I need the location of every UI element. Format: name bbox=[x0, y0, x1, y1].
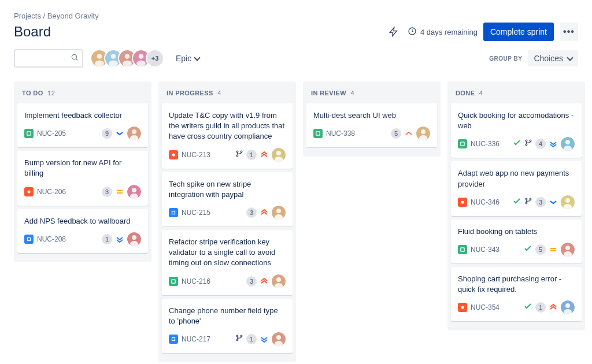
card-title: Multi-dest search UI web bbox=[313, 110, 430, 121]
assignee-avatar[interactable] bbox=[127, 185, 141, 199]
card-title: Implement feedback collector bbox=[24, 110, 141, 121]
board-column: IN REVIEW 4 Multi-dest search UI web NUC… bbox=[303, 81, 441, 157]
estimate-badge: 1 bbox=[246, 150, 257, 160]
card-title: Tech spike on new stripe integration wit… bbox=[169, 179, 286, 200]
assignee-avatar[interactable] bbox=[272, 274, 286, 288]
epic-filter-button[interactable]: Epic bbox=[171, 50, 204, 66]
board-column: TO DO 12 Implement feedback collector NU… bbox=[14, 81, 151, 262]
svg-point-13 bbox=[136, 61, 146, 67]
svg-point-20 bbox=[132, 188, 136, 192]
assignee-avatar[interactable] bbox=[561, 195, 575, 209]
estimate-badge: 5 bbox=[391, 128, 401, 139]
search-icon bbox=[71, 53, 79, 64]
complete-sprint-button[interactable]: Complete sprint bbox=[483, 23, 554, 41]
assignee-avatar[interactable] bbox=[127, 127, 141, 140]
bolt-icon[interactable] bbox=[386, 24, 402, 40]
svg-rect-37 bbox=[172, 279, 175, 283]
issue-type-task-icon bbox=[169, 335, 178, 344]
svg-point-70 bbox=[461, 306, 464, 309]
branch-icon bbox=[524, 197, 532, 207]
assignee-avatar[interactable] bbox=[561, 300, 575, 314]
svg-point-50 bbox=[421, 129, 426, 134]
issue-type-story-icon bbox=[169, 277, 178, 286]
done-check-icon bbox=[512, 196, 521, 208]
svg-point-60 bbox=[526, 198, 527, 200]
card-title: Add NPS feedback to wallboard bbox=[24, 216, 141, 226]
card-title: Adapt web app no new payments provider bbox=[458, 168, 575, 189]
card-title: Update T&C copy with v1.9 from the write… bbox=[169, 110, 286, 142]
card-title: Shoping cart purchasing error - quick fi… bbox=[458, 274, 575, 295]
estimate-badge: 9 bbox=[102, 128, 112, 139]
issue-type-bug-icon bbox=[458, 198, 467, 207]
assignee-avatar[interactable] bbox=[561, 243, 575, 257]
chevron-down-icon bbox=[567, 54, 573, 61]
issue-type-task-icon bbox=[24, 235, 34, 244]
priority-low-icon bbox=[549, 198, 558, 207]
priority-lowest-icon bbox=[549, 139, 558, 148]
svg-point-42 bbox=[236, 335, 238, 337]
branch-icon bbox=[235, 150, 243, 160]
svg-rect-22 bbox=[28, 237, 31, 240]
estimate-badge: 3 bbox=[246, 276, 257, 287]
svg-point-54 bbox=[526, 144, 527, 146]
board-column: DONE 4 Quick booking for accomodations -… bbox=[447, 81, 585, 330]
issue-card[interactable]: Multi-dest search UI web NUC-338 5 bbox=[306, 103, 437, 147]
svg-point-1 bbox=[72, 54, 76, 59]
issue-type-bug-icon bbox=[169, 150, 178, 159]
estimate-badge: 1 bbox=[535, 302, 546, 313]
svg-point-62 bbox=[530, 198, 531, 200]
issue-card[interactable]: Change phone number field type to 'phone… bbox=[162, 299, 293, 353]
issue-card[interactable]: Add NPS feedback to wallboard NUC-208 1 bbox=[17, 209, 148, 253]
issue-card[interactable]: Adapt web app no new payments provider N… bbox=[451, 161, 582, 216]
issue-card[interactable]: Refactor stripe verification key validat… bbox=[162, 230, 293, 295]
issue-card[interactable]: Implement feedback collector NUC-205 9 bbox=[17, 103, 148, 147]
group-by-select[interactable]: Choices bbox=[528, 50, 578, 66]
svg-point-31 bbox=[276, 151, 281, 155]
estimate-badge: 4 bbox=[535, 139, 546, 149]
svg-rect-41 bbox=[172, 337, 175, 340]
svg-point-46 bbox=[276, 335, 281, 340]
breadcrumb[interactable]: Projects / Beyond Gravity bbox=[14, 12, 578, 20]
assignee-avatar[interactable] bbox=[416, 127, 430, 140]
issue-type-bug-icon bbox=[458, 303, 467, 312]
overflow-menu-button[interactable]: ••• bbox=[560, 23, 578, 41]
assignee-avatar[interactable] bbox=[272, 148, 286, 162]
svg-point-16 bbox=[132, 129, 136, 134]
avatar-group[interactable]: +3 bbox=[90, 49, 164, 68]
priority-high-icon bbox=[404, 129, 413, 138]
issue-card[interactable]: Tech spike on new stripe integration wit… bbox=[162, 172, 293, 226]
card-title: Fluid booking on tablets bbox=[458, 226, 575, 237]
done-check-icon bbox=[512, 138, 521, 150]
assignee-avatar[interactable] bbox=[272, 332, 286, 346]
issue-key: NUC-217 bbox=[182, 335, 210, 343]
assignee-avatar[interactable] bbox=[127, 232, 141, 246]
svg-point-6 bbox=[111, 54, 116, 59]
issue-key: NUC-213 bbox=[182, 151, 210, 159]
card-title: Change phone number field type to 'phone… bbox=[169, 306, 286, 326]
estimate-badge: 5 bbox=[535, 244, 546, 255]
issue-card[interactable]: Update T&C copy with v1.9 from the write… bbox=[162, 103, 293, 169]
issue-card[interactable]: Quick booking for accomodations - web NU… bbox=[451, 103, 582, 158]
svg-point-39 bbox=[276, 277, 281, 282]
issue-type-story-icon bbox=[458, 245, 467, 254]
priority-highest-icon bbox=[260, 277, 269, 286]
estimate-badge: 3 bbox=[535, 197, 546, 207]
issue-card[interactable]: Bump version for new API for billing NUC… bbox=[17, 151, 148, 205]
assignee-avatar[interactable] bbox=[272, 206, 286, 220]
issue-card[interactable]: Fluid booking on tablets NUC-343 5 bbox=[451, 220, 582, 263]
card-title: Quick booking for accomodations - web bbox=[458, 110, 575, 131]
svg-point-3 bbox=[97, 54, 102, 59]
svg-point-24 bbox=[132, 235, 136, 240]
svg-point-12 bbox=[139, 54, 144, 59]
svg-point-4 bbox=[95, 61, 104, 67]
assignee-avatar[interactable] bbox=[561, 137, 575, 151]
branch-icon bbox=[524, 139, 532, 149]
page-title: Board bbox=[14, 24, 51, 40]
avatar-more[interactable]: +3 bbox=[146, 49, 164, 68]
column-header: IN PROGRESS 4 bbox=[162, 87, 293, 103]
column-header: DONE 4 bbox=[451, 87, 582, 103]
issue-card[interactable]: Shoping cart purchasing error - quick fi… bbox=[451, 267, 582, 321]
estimate-badge: 3 bbox=[246, 207, 257, 218]
issue-type-bug-icon bbox=[24, 187, 34, 196]
issue-key: NUC-208 bbox=[37, 235, 66, 243]
